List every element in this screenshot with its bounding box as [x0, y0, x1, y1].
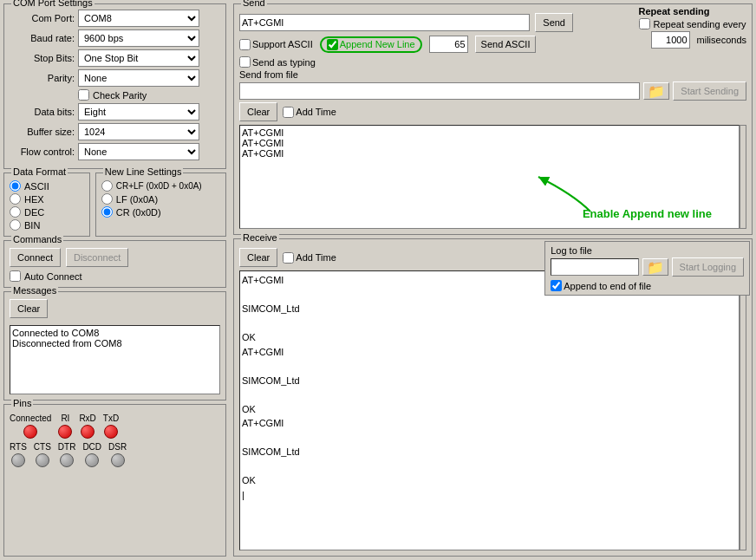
messages-title: Messages: [11, 285, 58, 296]
format-dec-option[interactable]: DEC: [10, 206, 84, 218]
send-scrollbar[interactable]: [740, 125, 746, 229]
send-input[interactable]: [239, 14, 530, 31]
nl-crlf-radio[interactable]: [101, 180, 113, 192]
message-line-2: Disconnected from COM8: [12, 338, 218, 348]
com-port-select[interactable]: COM8: [78, 10, 199, 27]
format-ascii-option[interactable]: ASCII: [10, 180, 84, 192]
recv-line-13: [242, 459, 737, 474]
append-to-end-checkbox[interactable]: [551, 280, 562, 291]
pin-dsr-led: [111, 453, 125, 467]
message-line-1: Connected to COM8: [12, 328, 218, 338]
clear-messages-button[interactable]: Clear: [10, 299, 48, 318]
recv-line-9: OK: [242, 402, 737, 417]
flow-control-select[interactable]: None: [78, 143, 199, 160]
support-ascii-checkbox[interactable]: [239, 39, 251, 50]
recv-line-12: SIMCOM_Ltd: [242, 445, 737, 459]
send-file-path-input[interactable]: [239, 82, 640, 100]
nl-lf-option[interactable]: LF (0x0A): [101, 193, 220, 205]
repeat-ms-input[interactable]: [651, 31, 690, 49]
buffer-size-row: Buffer size: 1024: [10, 123, 220, 140]
send-file-browse-button[interactable]: 📁: [643, 82, 669, 100]
recv-line-7: SIMCOM_Ltd: [242, 374, 737, 388]
append-to-end-label: Append to end of file: [564, 281, 651, 291]
support-ascii-label: Support ASCII: [252, 39, 313, 49]
recv-line-8: [242, 387, 737, 402]
clear-receive-button[interactable]: Clear: [239, 248, 277, 267]
send-ascii-button[interactable]: Send ASCII: [475, 36, 537, 53]
data-bits-select[interactable]: Eight: [78, 103, 199, 120]
pin-cts-label: CTS: [34, 442, 51, 452]
pin-rxd: RxD: [79, 413, 95, 439]
send-as-typing-checkbox[interactable]: [239, 56, 251, 68]
pin-dcd-led: [85, 453, 99, 467]
parity-select[interactable]: None: [78, 69, 199, 87]
stop-bits-select[interactable]: One Stop Bit: [78, 49, 199, 67]
stop-bits-label: Stop Bits:: [10, 53, 75, 63]
start-sending-button[interactable]: Start Sending: [673, 81, 746, 101]
pin-txd-led: [104, 425, 118, 439]
pin-rts-led: [11, 453, 25, 467]
append-to-end-option[interactable]: Append to end of file: [551, 280, 744, 291]
format-bin-radio[interactable]: [10, 219, 21, 231]
log-file-path-input[interactable]: [551, 258, 638, 276]
start-logging-button[interactable]: Start Logging: [672, 257, 744, 277]
pin-dtr: DTR: [58, 442, 76, 467]
repeat-every-label: Repeat sending every: [654, 19, 746, 29]
new-line-settings-group: New Line Settings CR+LF (0x0D + 0x0A) LF…: [95, 173, 226, 237]
format-ascii-radio[interactable]: [10, 180, 21, 192]
nl-lf-radio[interactable]: [101, 193, 113, 205]
nl-crlf-option[interactable]: CR+LF (0x0D + 0x0A): [101, 180, 220, 192]
check-parity-checkbox[interactable]: [78, 89, 89, 101]
flow-control-row: Flow control: None: [10, 143, 220, 160]
recv-line-11: [242, 431, 737, 446]
commands-title: Commands: [11, 234, 63, 244]
right-panel: Send Repeat sending Repeat sending every…: [230, 0, 756, 560]
add-time-send-option[interactable]: Add Time: [283, 107, 336, 118]
stop-bits-row: Stop Bits: One Stop Bit: [10, 49, 220, 67]
left-panel: COM Port Settings Com Port: COM8 Baud ra…: [0, 0, 230, 560]
add-time-receive-checkbox[interactable]: [283, 252, 294, 264]
format-hex-radio[interactable]: [10, 193, 21, 205]
parity-row: Parity: None: [10, 69, 220, 87]
send-button[interactable]: Send: [535, 13, 573, 32]
auto-connect-checkbox[interactable]: [10, 270, 21, 282]
format-dec-radio[interactable]: [10, 206, 21, 218]
baud-rate-select[interactable]: 9600 bps: [78, 29, 199, 47]
disconnect-button[interactable]: Disconnect: [66, 248, 128, 267]
receive-text-area[interactable]: AT+CGMI SIMCOM_Ltd OK AT+CGMI SIMCOM_Ltd…: [239, 270, 740, 550]
send-as-typing-option[interactable]: Send as typing: [239, 56, 316, 68]
repeat-section: Repeat sending Repeat sending every mili…: [639, 6, 746, 49]
repeat-every-checkbox[interactable]: [639, 18, 650, 29]
com-port-label: Com Port:: [10, 13, 75, 23]
pin-rts-label: RTS: [10, 442, 27, 452]
commands-group: Commands Connect Disconnect Auto Connect: [3, 240, 226, 288]
format-bin-option[interactable]: BIN: [10, 219, 84, 231]
pin-cts-led: [36, 453, 49, 467]
nl-cr-option[interactable]: CR (0x0D): [101, 206, 220, 218]
add-time-send-checkbox[interactable]: [283, 107, 294, 118]
log-to-file-box: Log to file 📁 Start Logging Append to en…: [544, 241, 750, 296]
recv-cursor: |: [242, 488, 737, 503]
format-hex-option[interactable]: HEX: [10, 193, 84, 205]
repeat-sending-title: Repeat sending: [639, 6, 746, 16]
flow-control-label: Flow control:: [10, 147, 75, 157]
receive-scrollbar[interactable]: [740, 270, 746, 550]
log-file-browse-button[interactable]: 📁: [642, 258, 668, 276]
append-new-line-checkbox[interactable]: [327, 39, 338, 50]
send-text-area[interactable]: AT+CGMI AT+CGMI AT+CGMI: [239, 125, 740, 229]
nl-cr-radio[interactable]: [101, 206, 113, 218]
support-ascii-option[interactable]: Support ASCII: [239, 39, 313, 50]
pin-txd-label: TxD: [103, 413, 119, 423]
ascii-num-input[interactable]: [429, 36, 468, 53]
clear-send-button[interactable]: Clear: [239, 102, 277, 121]
connect-button[interactable]: Connect: [10, 248, 61, 267]
recv-line-10: AT+CGMI: [242, 416, 737, 431]
parity-label: Parity:: [10, 73, 75, 83]
send-section: Send Repeat sending Repeat sending every…: [233, 3, 753, 235]
buffer-size-select[interactable]: 1024: [78, 123, 199, 140]
add-time-send-label: Add Time: [296, 107, 336, 117]
add-time-receive-label: Add Time: [296, 252, 336, 263]
baud-rate-label: Baud rate:: [10, 33, 75, 43]
receive-title: Receive: [241, 232, 279, 243]
add-time-receive-option[interactable]: Add Time: [283, 252, 336, 264]
